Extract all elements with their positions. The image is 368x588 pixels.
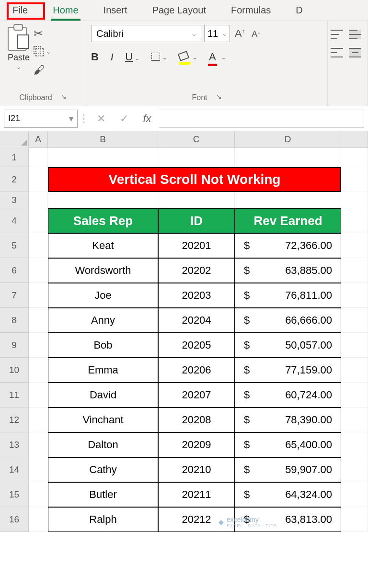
cell-rev[interactable]: $63,885.00	[235, 258, 341, 283]
table-row[interactable]: Ralph20212$63,813.00	[29, 507, 368, 532]
table-row[interactable]: David20207$60,724.00	[29, 383, 368, 407]
table-row[interactable]: Butler20211$64,324.00	[29, 482, 368, 507]
row-header[interactable]: 5	[0, 233, 29, 258]
row-header[interactable]: 13	[0, 432, 29, 457]
row-header[interactable]: 4	[0, 208, 29, 233]
align-center-button[interactable]	[349, 48, 361, 57]
cell-id[interactable]: 20206	[158, 358, 235, 383]
col-header-extra[interactable]	[341, 131, 368, 148]
title-banner[interactable]: Vertical Scroll Not Working	[48, 167, 341, 192]
row-header[interactable]: 16	[0, 507, 29, 532]
table-row[interactable]: Anny20204$66,666.00	[29, 308, 368, 333]
cell-rev[interactable]: $59,907.00	[235, 457, 341, 482]
decrease-font-button[interactable]: A↓	[250, 28, 263, 39]
align-left-button[interactable]	[331, 48, 343, 57]
cell-rep[interactable]: Bob	[48, 333, 158, 358]
cell-rev[interactable]: $76,811.00	[235, 283, 341, 308]
cell-rep[interactable]: Dalton	[48, 432, 158, 457]
row-header[interactable]: 1	[0, 148, 29, 167]
select-all-corner[interactable]	[0, 131, 29, 147]
cell-rep[interactable]: Anny	[48, 308, 158, 333]
cell-id[interactable]: 20209	[158, 432, 235, 457]
cell-rep[interactable]: Wordsworth	[48, 258, 158, 283]
col-header-b[interactable]: B	[48, 131, 158, 148]
row-header[interactable]: 7	[0, 283, 29, 308]
row-header[interactable]: 12	[0, 407, 29, 432]
row-header[interactable]: 2	[0, 167, 29, 192]
font-name-select[interactable]: Calibri ⌵	[91, 25, 201, 42]
tab-insert[interactable]: Insert	[91, 1, 140, 21]
copy-button[interactable]: ⿻ ⌄	[34, 45, 51, 58]
table-row[interactable]: Joe20203$76,811.00	[29, 283, 368, 308]
cut-button[interactable]: ✂	[34, 27, 51, 40]
format-painter-button[interactable]: 🖌	[34, 63, 51, 77]
col-header-c[interactable]: C	[158, 131, 235, 148]
increase-font-button[interactable]: A↑	[233, 27, 247, 40]
cell-id[interactable]: 20204	[158, 308, 235, 333]
grid-body[interactable]: Vertical Scroll Not Working Sales Rep ID…	[29, 148, 368, 532]
formula-input[interactable]	[159, 110, 364, 128]
cell-rev[interactable]: $72,366.00	[235, 233, 341, 258]
cell-rev[interactable]: $60,724.00	[235, 383, 341, 407]
cell-id[interactable]: 20201	[158, 233, 235, 258]
table-row[interactable]: Wordsworth20202$63,885.00	[29, 258, 368, 283]
formula-bar-menu[interactable]: ⋮	[79, 113, 89, 125]
cell-rev[interactable]: $78,390.00	[235, 407, 341, 432]
col-header-a[interactable]: A	[29, 131, 48, 148]
cell-id[interactable]: 20203	[158, 283, 235, 308]
cancel-formula-button[interactable]: ✕	[90, 113, 112, 125]
font-size-select[interactable]: 11 ⌵	[204, 25, 230, 42]
align-top-button[interactable]	[331, 30, 343, 39]
copy-dropdown-icon[interactable]: ⌄	[46, 48, 51, 55]
confirm-formula-button[interactable]: ✓	[113, 113, 135, 125]
tab-home[interactable]: Home	[40, 1, 91, 21]
cell-rep[interactable]: Cathy	[48, 457, 158, 482]
cell-id[interactable]: 20208	[158, 407, 235, 432]
font-color-button[interactable]: A⌄	[209, 51, 226, 63]
fill-color-button[interactable]: ⌄	[179, 51, 197, 63]
row-header[interactable]: 15	[0, 482, 29, 507]
underline-button[interactable]: U⌄	[125, 51, 140, 63]
cell-rev[interactable]: $64,324.00	[235, 482, 341, 507]
font-launcher-icon[interactable]: ↘	[216, 93, 222, 101]
row-header[interactable]: 11	[0, 383, 29, 407]
align-middle-button[interactable]	[349, 30, 361, 39]
cell-id[interactable]: 20211	[158, 482, 235, 507]
row-header[interactable]: 10	[0, 358, 29, 383]
cell-rev[interactable]: $50,057.00	[235, 333, 341, 358]
tab-page-layout[interactable]: Page Layout	[140, 1, 218, 21]
cell-id[interactable]: 20202	[158, 258, 235, 283]
cell-rep[interactable]: Ralph	[48, 507, 158, 532]
cell-rep[interactable]: Butler	[48, 482, 158, 507]
table-header-rep[interactable]: Sales Rep	[48, 208, 158, 233]
table-row[interactable]: Keat20201$72,366.00	[29, 233, 368, 258]
bold-button[interactable]: B	[91, 51, 99, 63]
tab-data-partial[interactable]: D	[283, 1, 302, 21]
cell-rep[interactable]: Vinchant	[48, 407, 158, 432]
name-box[interactable]: I21 ▾	[4, 110, 78, 128]
row-header[interactable]: 8	[0, 308, 29, 333]
table-header-rev[interactable]: Rev Earned	[235, 208, 341, 233]
col-header-d[interactable]: D	[235, 131, 341, 148]
cell-rev[interactable]: $66,666.00	[235, 308, 341, 333]
borders-button[interactable]: ⌄	[151, 53, 167, 61]
cell-rep[interactable]: Emma	[48, 358, 158, 383]
italic-button[interactable]: I	[110, 51, 114, 63]
table-header-id[interactable]: ID	[158, 208, 235, 233]
table-row[interactable]: Emma20206$77,159.00	[29, 358, 368, 383]
cell-id[interactable]: 20205	[158, 333, 235, 358]
row-header[interactable]: 6	[0, 258, 29, 283]
tab-formulas[interactable]: Formulas	[218, 1, 283, 21]
cell-rev[interactable]: $65,400.00	[235, 432, 341, 457]
paste-dropdown-icon[interactable]: ⌄	[16, 64, 21, 70]
cell-rep[interactable]: Joe	[48, 283, 158, 308]
row-header[interactable]: 9	[0, 333, 29, 358]
insert-function-button[interactable]: fx	[136, 113, 158, 125]
cell-rep[interactable]: David	[48, 383, 158, 407]
row-header[interactable]: 14	[0, 457, 29, 482]
table-row[interactable]: Bob20205$50,057.00	[29, 333, 368, 358]
table-row[interactable]: Dalton20209$65,400.00	[29, 432, 368, 457]
cell-id[interactable]: 20210	[158, 457, 235, 482]
table-row[interactable]: Vinchant20208$78,390.00	[29, 407, 368, 432]
cell-rev[interactable]: $77,159.00	[235, 358, 341, 383]
